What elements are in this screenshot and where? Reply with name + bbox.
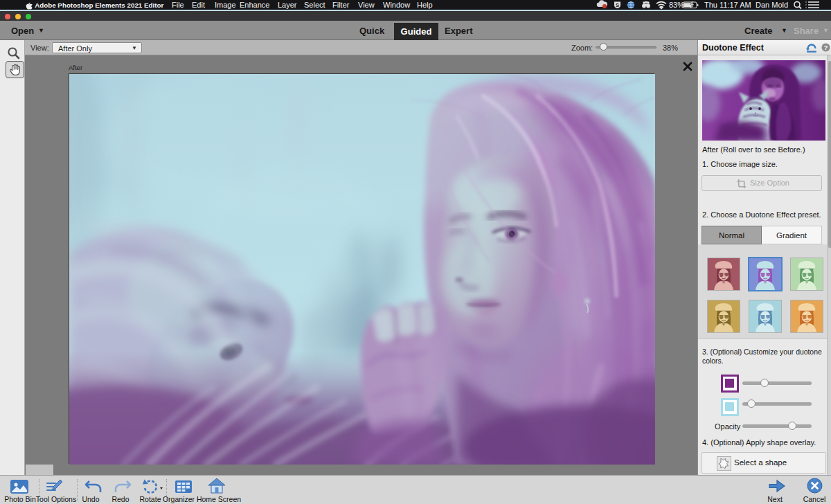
svg-text:S: S — [616, 2, 619, 8]
svg-text:?: ? — [824, 44, 828, 51]
